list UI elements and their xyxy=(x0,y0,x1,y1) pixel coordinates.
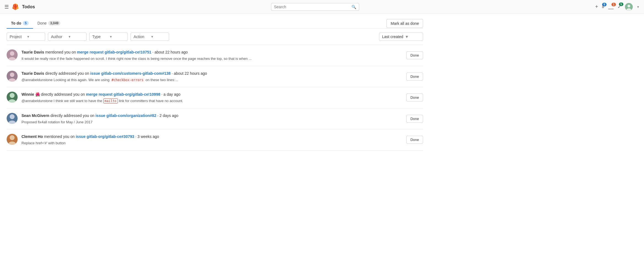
action-filter[interactable]: Action ▼ xyxy=(131,33,169,41)
svg-point-4 xyxy=(10,51,14,56)
todo-author: Sean McGivern xyxy=(21,113,49,118)
todo-title: Taurie Davis directly addressed you on i… xyxy=(21,71,402,76)
sort-chevron: ▼ xyxy=(405,34,409,39)
svg-point-1 xyxy=(627,5,630,7)
svg-point-7 xyxy=(10,73,14,77)
todo-title: Winnie 🌺 directly addressed you on merge… xyxy=(21,92,402,97)
user-avatar[interactable] xyxy=(625,3,633,11)
svg-point-13 xyxy=(10,114,15,119)
todo-link[interactable]: issue gitlab-com/customers-gitlab-com#13… xyxy=(90,71,171,76)
app-title: Todos xyxy=(22,4,35,9)
done-button[interactable]: Done xyxy=(406,136,423,144)
author-filter-chevron: ▼ xyxy=(68,35,83,38)
tab-done[interactable]: Done 3,049 xyxy=(33,18,65,29)
todo-link[interactable]: merge request gitlab-org/gitlab-ce!10998 xyxy=(86,92,160,97)
done-button[interactable]: Done xyxy=(406,73,423,81)
todo-author: Taurie Davis xyxy=(21,50,44,54)
todo-snippet: It would be really nice if the fade happ… xyxy=(21,56,380,62)
todo-title: Clement Ho mentioned you on issue gitlab… xyxy=(21,134,402,140)
avatar xyxy=(7,92,18,103)
table-row: Winnie 🌺 directly addressed you on merge… xyxy=(7,87,423,108)
todo-list: Taurie Davis mentioned you on merge requ… xyxy=(7,45,423,151)
tab-todo-count: 5 xyxy=(23,21,29,25)
todo-snippet: @annabeldunstone Looking at this again. … xyxy=(21,77,380,83)
type-filter[interactable]: Type ▼ xyxy=(89,33,128,41)
filters-row: Project ▼ Author ▼ Type ▼ Action ▼ Last … xyxy=(7,29,423,45)
todo-author: Winnie xyxy=(21,92,34,97)
action-filter-label: Action xyxy=(134,34,149,39)
search-input[interactable] xyxy=(274,5,350,9)
mailto-reference: mailto xyxy=(103,98,118,103)
search-box[interactable]: 🔍 xyxy=(271,3,359,11)
navbar: ☰ Todos 🔍 xyxy=(0,0,644,14)
todo-link[interactable]: merge request gitlab-org/gitlab-ce!10751 xyxy=(77,50,151,54)
todo-time: · about 22 hours ago xyxy=(172,71,207,76)
todo-body: Taurie Davis mentioned you on merge requ… xyxy=(21,49,402,62)
tab-todo[interactable]: To do 5 xyxy=(7,18,33,29)
gitlab-logo xyxy=(12,3,19,11)
tab-done-label: Done xyxy=(37,21,47,25)
avatar xyxy=(7,49,18,60)
todo-time: · about 22 hours ago xyxy=(152,50,188,54)
project-filter-label: Project xyxy=(10,34,25,39)
type-filter-label: Type xyxy=(92,34,108,39)
todo-emoji: 🌺 xyxy=(35,92,41,97)
todo-link[interactable]: issue gitlab-com/organization#82 xyxy=(95,113,156,118)
user-chevron[interactable]: ▼ xyxy=(637,5,640,9)
table-row: Taurie Davis mentioned you on merge requ… xyxy=(7,45,423,66)
todo-snippet: @annabeldunstone I think we still want t… xyxy=(21,98,380,104)
todo-action: directly addressed you on xyxy=(50,113,95,118)
todos-button[interactable]: ✓ 5 xyxy=(618,4,621,9)
search-icon: 🔍 xyxy=(351,5,356,9)
main-content: To do 5 Done 3,049 Mark all as done Proj… xyxy=(0,14,430,155)
project-filter-chevron: ▼ xyxy=(27,35,42,38)
author-filter-label: Author xyxy=(51,34,66,39)
action-filter-chevron: ▼ xyxy=(151,35,166,38)
issues-badge: 9 xyxy=(602,3,607,6)
todo-action: mentioned you on xyxy=(45,50,77,54)
author-filter[interactable]: Author ▼ xyxy=(48,33,86,41)
todo-time: · 2 days ago xyxy=(157,113,178,118)
done-button[interactable]: Done xyxy=(406,51,423,59)
type-filter-chevron: ▼ xyxy=(109,35,125,38)
done-button[interactable]: Done xyxy=(406,115,423,123)
avatar xyxy=(7,71,18,82)
svg-point-16 xyxy=(10,135,15,140)
table-row: Taurie Davis directly addressed you on i… xyxy=(7,66,423,87)
mark-all-done-button[interactable]: Mark all as done xyxy=(386,19,423,28)
project-filter[interactable]: Project ▼ xyxy=(7,33,45,41)
merges-button[interactable]: ⎯⎯ 1 xyxy=(608,4,614,9)
tab-todo-label: To do xyxy=(11,21,21,25)
avatar xyxy=(7,134,18,145)
svg-point-10 xyxy=(10,93,15,98)
todo-body: Sean McGivern directly addressed you on … xyxy=(21,113,402,125)
todos-badge: 5 xyxy=(619,2,623,6)
tabs-row: To do 5 Done 3,049 Mark all as done xyxy=(7,18,423,29)
sort-label: Last created xyxy=(382,34,403,39)
hamburger-icon[interactable]: ☰ xyxy=(4,4,9,10)
merges-badge: 1 xyxy=(611,3,616,6)
todo-snippet: Proposed fix4all rotation for May / June… xyxy=(21,119,380,125)
todo-link[interactable]: issue gitlab-org/gitlab-ce#30793 xyxy=(76,134,134,139)
todo-time: · 3 weeks ago xyxy=(135,134,159,139)
todo-action: mentioned you on xyxy=(44,134,76,139)
todo-body: Taurie Davis directly addressed you on i… xyxy=(21,71,402,83)
table-row: Sean McGivern directly addressed you on … xyxy=(7,108,423,130)
issues-button[interactable]: # 9 xyxy=(602,4,604,9)
todo-snippet: Replace href='#' with button xyxy=(21,140,380,146)
todo-body: Clement Ho mentioned you on issue gitlab… xyxy=(21,134,402,146)
todo-author: Taurie Davis xyxy=(21,71,44,76)
add-button[interactable]: + xyxy=(595,4,598,10)
code-reference: #checkbox-errors xyxy=(110,78,145,82)
todo-title: Taurie Davis mentioned you on merge requ… xyxy=(21,49,402,55)
todo-action: directly addressed you on xyxy=(41,92,86,97)
todo-author: Clement Ho xyxy=(21,134,43,139)
avatar xyxy=(7,113,18,124)
todo-title: Sean McGivern directly addressed you on … xyxy=(21,113,402,119)
todo-time: · a day ago xyxy=(161,92,180,97)
done-button[interactable]: Done xyxy=(406,94,423,102)
sort-select[interactable]: Last created ▼ xyxy=(379,33,423,41)
tabs: To do 5 Done 3,049 xyxy=(7,18,65,28)
tab-done-count: 3,049 xyxy=(48,21,60,25)
todo-body: Winnie 🌺 directly addressed you on merge… xyxy=(21,92,402,104)
